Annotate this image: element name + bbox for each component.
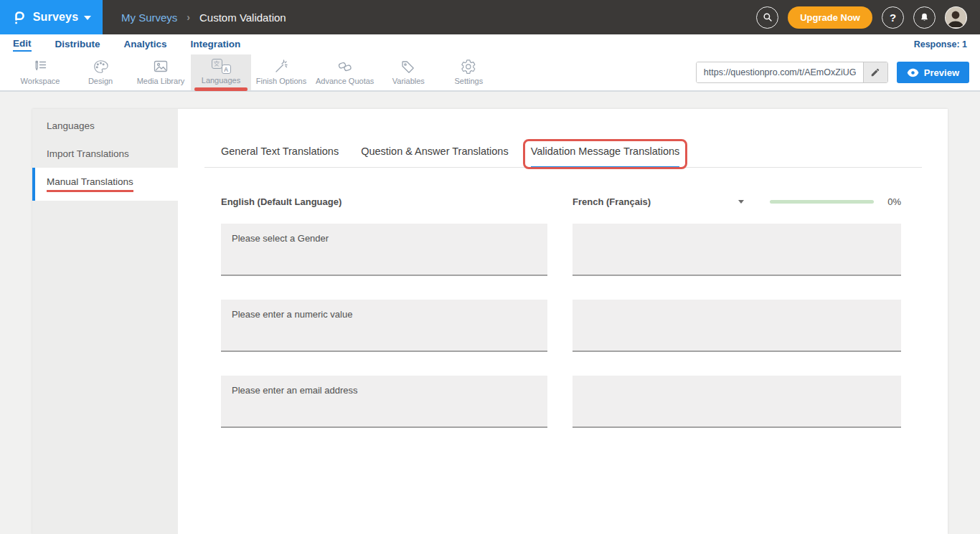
user-avatar[interactable] <box>945 6 967 29</box>
product-name: Surveys <box>33 11 79 24</box>
survey-url-group <box>696 62 888 83</box>
language-columns-header: English (Default Language) French (Franç… <box>221 195 922 208</box>
sidebar-item-label: Import Translations <box>47 148 129 159</box>
top-header: Surveys My Surveys › Custom Validation U… <box>0 0 980 34</box>
toolbar-label: Workspace <box>21 77 60 85</box>
tab-label: Validation Message Translations <box>531 146 680 157</box>
tab-distribute[interactable]: Distribute <box>55 39 100 51</box>
search-button[interactable] <box>756 6 778 29</box>
source-text-email: Please enter an email address <box>221 376 547 428</box>
translation-row: Please select a Gender <box>221 224 922 276</box>
translation-tabs: General Text Translations Question & Ans… <box>204 146 922 168</box>
tab-general-text-translations[interactable]: General Text Translations <box>221 146 339 167</box>
survey-section-nav: Edit Distribute Analytics Integration Re… <box>0 34 980 54</box>
source-language-label: English (Default Language) <box>221 196 341 207</box>
breadcrumb: My Surveys › Custom Validation <box>121 11 286 24</box>
sidebar-item-languages[interactable]: Languages <box>32 112 178 140</box>
search-icon <box>762 11 773 23</box>
questionpro-logo-icon <box>11 9 27 26</box>
page-content: Languages Import Translations Manual Tra… <box>0 92 980 534</box>
bell-icon <box>919 11 930 23</box>
toolbar-item-workspace[interactable]: Workspace <box>10 54 70 90</box>
breadcrumb-my-surveys[interactable]: My Surveys <box>121 11 177 24</box>
preview-label: Preview <box>924 67 959 78</box>
languages-sidebar: Languages Import Translations Manual Tra… <box>32 109 178 534</box>
toolbar-item-variables[interactable]: Variables <box>378 54 438 90</box>
finish-options-icon <box>273 59 290 75</box>
variables-icon <box>400 59 417 75</box>
translation-progress-bar <box>770 200 874 204</box>
toolbar-label: Media Library <box>137 77 185 85</box>
toolbar-right-group: Preview <box>696 54 980 90</box>
target-input-numeric[interactable] <box>573 300 901 352</box>
languages-icon: A <box>212 59 231 74</box>
toolbar-label: Design <box>88 77 113 85</box>
pencil-icon <box>870 67 880 77</box>
target-language-label: French (Français) <box>573 196 651 207</box>
target-input-gender[interactable] <box>573 224 901 276</box>
sidebar-item-manual-translations[interactable]: Manual Translations <box>32 168 178 201</box>
toolbar-item-settings[interactable]: Settings <box>438 54 499 90</box>
settings-icon <box>460 59 477 75</box>
toolbar-item-languages[interactable]: A Languages <box>191 54 251 90</box>
chevron-down-icon <box>84 16 91 20</box>
media-library-icon <box>152 59 169 75</box>
toolbar-item-media-library[interactable]: Media Library <box>131 54 191 90</box>
tab-question-answer-translations[interactable]: Question & Answer Translations <box>361 146 509 167</box>
breadcrumb-current-survey: Custom Validation <box>199 11 286 24</box>
toolbar-item-design[interactable]: Design <box>70 54 131 90</box>
preview-button[interactable]: Preview <box>897 62 969 83</box>
notifications-button[interactable] <box>913 6 936 29</box>
translation-row: Please enter a numeric value <box>221 300 922 352</box>
chevron-down-icon <box>738 200 744 204</box>
workspace-icon <box>32 59 49 75</box>
edit-url-button[interactable] <box>863 62 887 82</box>
tab-edit[interactable]: Edit <box>13 38 32 52</box>
languages-card: Languages Import Translations Manual Tra… <box>32 109 948 534</box>
translation-row: Please enter an email address <box>221 376 922 428</box>
advance-quotas-icon <box>336 59 354 75</box>
toolbar-label: Variables <box>392 77 425 85</box>
surveys-product-menu[interactable]: Surveys <box>0 0 103 34</box>
edit-toolbar: Workspace Design Media Library A Languag… <box>0 54 980 92</box>
target-input-email[interactable] <box>573 376 901 428</box>
survey-url-input[interactable] <box>697 62 863 82</box>
header-actions: Upgrade Now ? <box>756 6 980 29</box>
toolbar-label: Advance Quotas <box>316 77 374 85</box>
tab-validation-message-translations[interactable]: Validation Message Translations <box>531 146 680 168</box>
eye-icon <box>907 68 919 77</box>
breadcrumb-separator: › <box>187 11 190 23</box>
manual-translations-panel: General Text Translations Question & Ans… <box>178 109 948 534</box>
avatar-photo <box>946 7 966 27</box>
annotation-underline-languages <box>194 87 248 91</box>
toolbar-item-finish-options[interactable]: Finish Options <box>251 54 311 90</box>
toolbar-item-advance-quotas[interactable]: Advance Quotas <box>311 54 378 90</box>
sidebar-item-import-translations[interactable]: Import Translations <box>32 140 178 168</box>
help-button[interactable]: ? <box>882 6 904 29</box>
target-language-select[interactable]: French (Français) <box>573 196 744 207</box>
toolbar-label: Finish Options <box>256 77 306 85</box>
toolbar-label: Settings <box>454 77 483 85</box>
tab-integration[interactable]: Integration <box>191 39 241 51</box>
source-text-numeric: Please enter a numeric value <box>221 300 547 352</box>
sidebar-item-label: Languages <box>47 120 95 131</box>
sidebar-item-label: Manual Translations <box>47 176 133 192</box>
source-text-gender: Please select a Gender <box>221 224 547 276</box>
upgrade-now-button[interactable]: Upgrade Now <box>788 6 872 29</box>
tab-analytics[interactable]: Analytics <box>124 39 167 51</box>
translation-progress-percent: 0% <box>887 196 901 207</box>
help-icon: ? <box>890 11 896 24</box>
toolbar-label: Languages <box>202 76 240 85</box>
response-count[interactable]: Response: 1 <box>914 39 967 49</box>
design-icon <box>92 59 109 75</box>
